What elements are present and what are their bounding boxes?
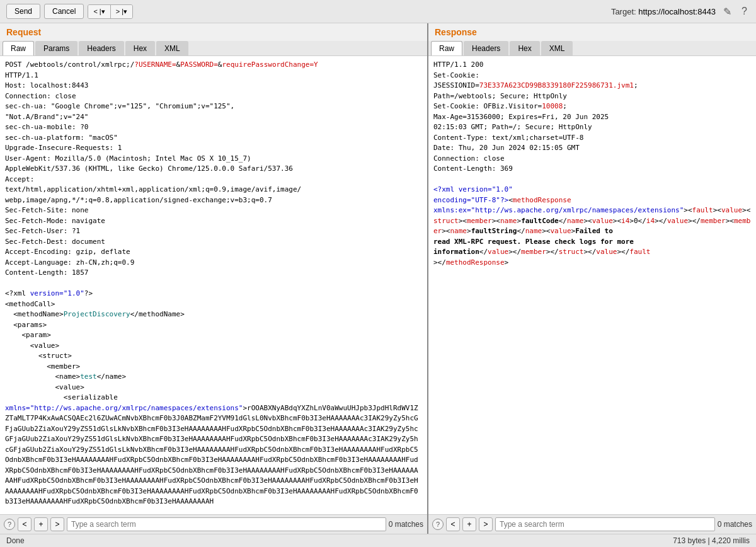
response-tabs: Raw Headers Hex XML <box>428 41 756 56</box>
target-url: https://localhost:8443 <box>638 7 716 16</box>
request-search-add[interactable]: + <box>34 517 48 531</box>
response-search-help[interactable]: ? <box>432 519 444 530</box>
tab-params-request[interactable]: Params <box>35 41 77 55</box>
response-title: Response <box>428 23 756 41</box>
cancel-button[interactable]: Cancel <box>44 4 84 19</box>
request-search-prev[interactable]: < <box>18 517 32 531</box>
tab-headers-response[interactable]: Headers <box>464 41 508 55</box>
nav-back-button[interactable]: < |▾ <box>88 5 110 18</box>
status-right: 713 bytes | 4,220 millis <box>673 536 750 545</box>
main-content: Request Raw Params Headers Hex XML POST … <box>0 23 756 534</box>
request-title: Request <box>0 23 427 41</box>
toolbar-left: Send Cancel < |▾ > |▾ <box>6 4 607 19</box>
toolbar: Send Cancel < |▾ > |▾ Target: https://lo… <box>0 0 756 23</box>
request-code-area[interactable]: POST /webtools/control/xmlrpc;/?USERNAME… <box>0 56 427 514</box>
right-panel: Response Raw Headers Hex XML HTTP/1.1 20… <box>428 23 756 534</box>
send-button[interactable]: Send <box>6 4 40 19</box>
response-matches-label: 0 matches <box>718 520 752 529</box>
request-content-area: POST /webtools/control/xmlrpc;/?USERNAME… <box>0 56 427 514</box>
toolbar-right: Target: https://localhost:8443 ✎ ? <box>611 4 750 19</box>
response-search-next[interactable]: > <box>479 517 493 531</box>
status-bar: Done 713 bytes | 4,220 millis <box>0 534 756 547</box>
response-text: HTTP/1.1 200 Set-Cookie: JSESSIONID=73E3… <box>433 60 750 267</box>
request-search-help[interactable]: ? <box>4 519 15 530</box>
left-panel: Request Raw Params Headers Hex XML POST … <box>0 23 428 534</box>
tab-headers-request[interactable]: Headers <box>79 41 123 55</box>
tab-xml-response[interactable]: XML <box>541 41 573 55</box>
tab-xml-request[interactable]: XML <box>156 41 188 55</box>
help-button[interactable]: ? <box>739 4 750 18</box>
response-search-add[interactable]: + <box>462 517 476 531</box>
edit-target-button[interactable]: ✎ <box>721 4 734 19</box>
response-search-bar: ? < + > 0 matches <box>428 514 756 534</box>
nav-forward-button[interactable]: > |▾ <box>111 5 132 18</box>
tab-hex-request[interactable]: Hex <box>125 41 155 55</box>
request-text: POST /webtools/control/xmlrpc;/?USERNAME… <box>5 60 418 505</box>
nav-group: < |▾ > |▾ <box>88 4 133 19</box>
request-search-input[interactable] <box>67 517 386 531</box>
request-search-bar: ? < + > 0 matches <box>0 514 427 534</box>
response-search-input[interactable] <box>495 517 715 531</box>
tab-hex-response[interactable]: Hex <box>510 41 539 55</box>
request-tabs: Raw Params Headers Hex XML <box>0 41 427 56</box>
target-label: Target: https://localhost:8443 <box>611 7 716 16</box>
tab-raw-response[interactable]: Raw <box>431 41 462 55</box>
response-code-area[interactable]: HTTP/1.1 200 Set-Cookie: JSESSIONID=73E3… <box>428 56 756 514</box>
request-search-next[interactable]: > <box>50 517 64 531</box>
response-content-area: HTTP/1.1 200 Set-Cookie: JSESSIONID=73E3… <box>428 56 756 514</box>
status-left: Done <box>6 536 25 545</box>
tab-raw-request[interactable]: Raw <box>3 41 34 55</box>
request-matches-label: 0 matches <box>389 520 423 529</box>
response-search-prev[interactable]: < <box>446 517 460 531</box>
